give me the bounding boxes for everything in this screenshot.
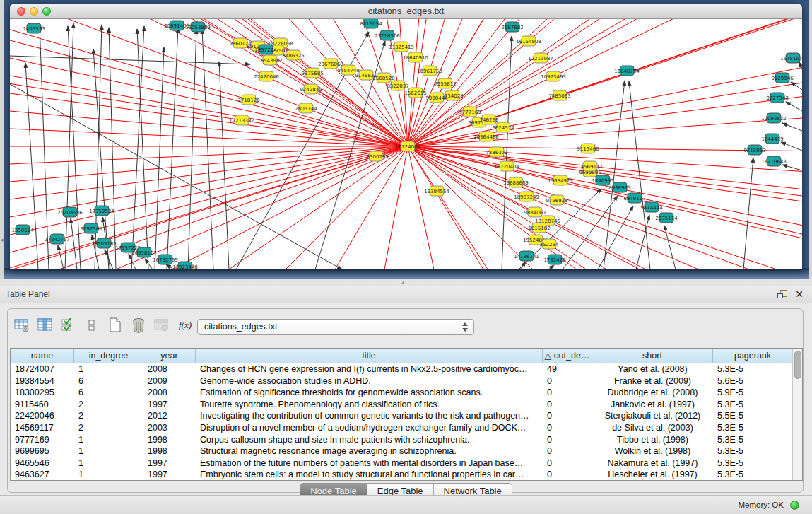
delete-table-icon[interactable] — [130, 317, 147, 334]
graph-node[interactable]: 1733426 — [543, 255, 566, 264]
graph-node[interactable]: 9129946 — [771, 73, 794, 83]
graph-node[interactable]: 16720404 — [494, 161, 519, 171]
table-row[interactable]: 946362711997Embryonic stem cells: a mode… — [11, 469, 792, 481]
select-rows-icon[interactable] — [60, 317, 77, 334]
graph-node[interactable]: 8813054 — [360, 19, 382, 28]
reference-edge[interactable] — [68, 26, 81, 269]
graph-node[interactable]: 17359924 — [89, 206, 114, 216]
reference-edge[interactable] — [786, 102, 802, 111]
reference-edge[interactable] — [137, 29, 148, 269]
graph-node[interactable]: 12923448 — [172, 262, 198, 269]
graph-node[interactable]: 18640910 — [403, 52, 428, 62]
zoom-window-button[interactable] — [42, 7, 51, 16]
reference-edge[interactable] — [782, 165, 802, 170]
graph-node[interactable]: 12093872 — [761, 113, 787, 123]
citation-edge[interactable] — [408, 146, 802, 269]
graph-node[interactable]: 11325419 — [389, 42, 414, 52]
close-panel-icon[interactable]: ✕ — [795, 287, 804, 301]
scrollbar-thumb[interactable] — [794, 351, 801, 379]
citation-edge[interactable] — [408, 19, 802, 146]
table-row[interactable]: 1872400712008Changes of HCN gene express… — [11, 363, 792, 375]
table-row[interactable]: 969969511998Structural magnetic resonanc… — [11, 445, 792, 457]
citation-edge[interactable] — [408, 19, 802, 146]
graph-node[interactable]: 20206536 — [57, 207, 83, 217]
close-window-button[interactable] — [17, 7, 25, 16]
graph-node[interactable]: 16154808 — [516, 36, 541, 46]
table-row[interactable]: 911546021997Tourette syndrome. Phenomeno… — [11, 399, 792, 411]
citation-edge[interactable] — [408, 19, 802, 146]
graph-node[interactable]: 9242845 — [300, 84, 322, 94]
graph-node[interactable]: 1562615 — [404, 88, 426, 98]
citation-edge[interactable] — [408, 19, 802, 146]
citation-edge[interactable] — [408, 19, 802, 146]
citation-edge[interactable] — [408, 19, 802, 146]
graph-node[interactable]: 9474444 — [640, 202, 663, 212]
network-graph[interactable]: 1872400798601248912954182260589827508165… — [10, 19, 802, 269]
table-mode-icon[interactable] — [13, 317, 30, 334]
show-columns-icon[interactable] — [37, 317, 54, 334]
function-builder-icon[interactable]: f(x) — [177, 317, 194, 334]
reference-edge[interactable] — [188, 29, 196, 269]
split-divider[interactable]: ▴ — [0, 279, 812, 286]
graph-node[interactable]: 14136141 — [514, 251, 539, 261]
new-table-icon[interactable] — [107, 317, 124, 334]
graph-node[interactable]: 9115460 — [577, 144, 599, 153]
window-titlebar[interactable]: citations_edges.txt — [10, 4, 802, 19]
table-selector-dropdown[interactable]: citations_edges.txt — [197, 319, 474, 335]
graph-node[interactable]: 252254 — [540, 239, 559, 249]
column-header-year[interactable]: year — [143, 349, 196, 363]
reference-edge[interactable] — [781, 142, 802, 151]
reference-edge[interactable] — [782, 123, 802, 131]
reference-edge[interactable] — [131, 26, 144, 269]
graph-node[interactable]: 23218506 — [375, 30, 400, 40]
citation-edge[interactable] — [408, 19, 802, 146]
graph-node[interactable]: 746266 — [480, 115, 499, 124]
citation-edge[interactable] — [10, 146, 408, 240]
citation-edge[interactable] — [408, 146, 802, 261]
citation-edge[interactable] — [408, 19, 802, 146]
graph-node[interactable]: 19384554 — [424, 186, 449, 196]
column-header-out_degree[interactable]: △ out_de… — [543, 349, 592, 363]
table-row[interactable]: 1456911722003Disruption of a novel membe… — [11, 422, 792, 434]
reference-edge[interactable] — [167, 28, 178, 269]
graph-node[interactable]: 2803144 — [295, 103, 317, 113]
graph-node[interactable]: 16543982 — [257, 55, 283, 65]
table-row[interactable]: 977716911998Corpus callosum shape and si… — [11, 434, 792, 446]
graph-node[interactable]: 16648794 — [614, 66, 640, 76]
column-header-pagerank[interactable]: pagerank — [713, 349, 792, 363]
citation-edge[interactable] — [408, 19, 802, 146]
table-row[interactable]: 2242004622012Investigating the contribut… — [11, 410, 792, 422]
graph-node[interactable]: 22420046 — [254, 71, 279, 81]
reference-edge[interactable] — [71, 218, 77, 269]
graph-node[interactable]: 1244419 — [761, 134, 783, 144]
reference-edge[interactable] — [548, 265, 554, 269]
graph-node[interactable]: 12213987 — [528, 53, 553, 63]
graph-node[interactable]: 15751074 — [780, 53, 802, 63]
graph-node[interactable]: 2935114 — [655, 213, 678, 223]
reference-edge[interactable] — [155, 47, 164, 269]
citation-edge[interactable] — [408, 19, 802, 146]
graph-node[interactable]: 10973493 — [541, 71, 566, 81]
minimize-window-button[interactable] — [30, 7, 38, 16]
column-header-short[interactable]: short — [592, 349, 713, 363]
reference-edge[interactable] — [664, 226, 676, 269]
graph-node[interactable]: 9215953 — [743, 145, 765, 155]
reference-edge[interactable] — [40, 25, 49, 269]
column-header-title[interactable]: title — [196, 349, 543, 363]
pane-collapse-arrow[interactable]: ◂ — [0, 235, 5, 244]
citation-edge[interactable] — [408, 19, 802, 146]
citation-edge[interactable] — [408, 19, 802, 146]
graph-node[interactable]: 10688609 — [503, 177, 529, 187]
column-header-in_degree[interactable]: in_degree — [74, 349, 143, 363]
reference-edge[interactable] — [202, 29, 213, 269]
citation-edge[interactable] — [408, 19, 802, 146]
citation-edge[interactable] — [408, 19, 802, 146]
graph-node[interactable]: 2687682 — [501, 22, 523, 32]
reference-edge[interactable] — [10, 56, 250, 64]
divider-handle-icon[interactable]: ▴ — [401, 279, 405, 286]
citation-edge[interactable] — [408, 19, 802, 146]
graph-node[interactable]: 1405573 — [23, 23, 45, 33]
table-row[interactable]: 1830029562008Estimation of significance … — [11, 387, 792, 399]
citation-edge[interactable] — [408, 19, 802, 146]
graph-node[interactable]: 12213382 — [229, 115, 254, 125]
